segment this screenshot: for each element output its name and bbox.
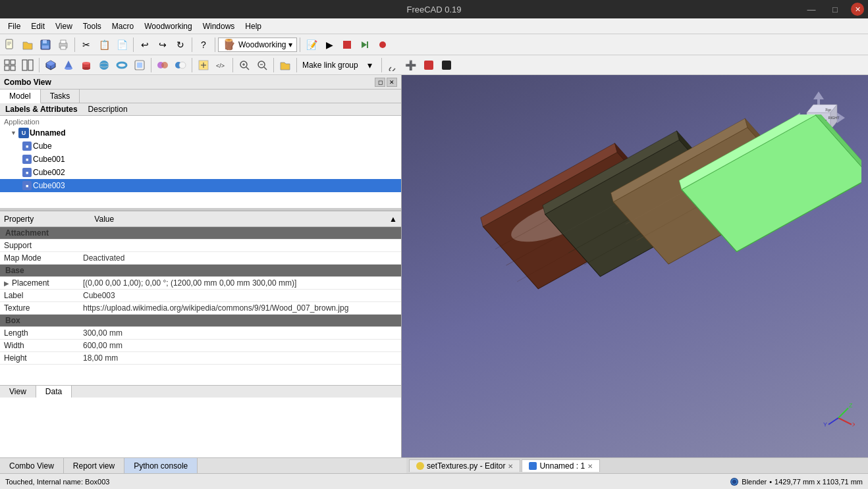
combo-restore-button[interactable]: ◻ (375, 78, 385, 87)
tree-item-cube001[interactable]: ■ Cube001 (0, 153, 401, 166)
svg-line-76 (838, 418, 852, 425)
tab-model[interactable]: Model (0, 90, 41, 103)
macro-edit-button[interactable]: 📝 (303, 36, 320, 53)
cut3d-button[interactable] (172, 57, 189, 74)
print-button[interactable] (55, 36, 72, 53)
help2-button[interactable]: ? (195, 36, 212, 53)
dropdown-arrow-btn[interactable]: ▾ (362, 57, 379, 74)
svg-point-24 (99, 61, 109, 70)
sep-t2-7 (381, 58, 382, 72)
properties-scroll[interactable]: Attachment Support Map Mode Deactivated (0, 227, 401, 385)
new-button[interactable] (1, 36, 18, 53)
tree-item-cube002[interactable]: ■ Cube002 (0, 166, 401, 179)
menu-help[interactable]: Help (240, 20, 267, 32)
props-scroll-btn[interactable]: ▲ (389, 215, 397, 224)
blender-icon (730, 477, 739, 486)
prop-mapmode-value[interactable]: Deactivated (79, 252, 401, 265)
viewport[interactable]: FRONT Top RIGHT (402, 75, 868, 457)
tree-header-description[interactable]: Description (83, 103, 133, 115)
prop-label: Label Cube003 (0, 290, 401, 302)
cube-icon-4: ■ (21, 180, 33, 192)
link-button[interactable] (385, 57, 402, 74)
svg-rect-6 (43, 40, 47, 43)
zoom-in-button[interactable] (236, 57, 253, 74)
group-base: Base (0, 265, 401, 277)
svg-rect-11 (343, 41, 351, 49)
cone-button[interactable] (60, 57, 77, 74)
col-value-header: Value (94, 215, 114, 224)
xml-button[interactable]: </> (213, 57, 230, 74)
paste-button[interactable]: 📄 (113, 36, 130, 53)
tab-combo-view[interactable]: Combo View (0, 458, 64, 473)
macro-stop-button[interactable] (339, 36, 356, 53)
menu-tools[interactable]: Tools (78, 20, 107, 32)
close-button[interactable]: ✕ (851, 3, 864, 16)
prop-mapmode: Map Mode Deactivated (0, 252, 401, 265)
svg-point-13 (379, 41, 386, 48)
copy-button[interactable]: 📋 (95, 36, 113, 53)
prop-length-value[interactable]: 300,00 mm (79, 327, 401, 340)
macro-record-button[interactable] (374, 36, 391, 53)
unnamed1-tab-label: Unnamed : 1 (539, 461, 585, 471)
tree-area[interactable]: Application ▼ U Unnamed ■ Cube (0, 116, 401, 208)
unnamed1-close-icon[interactable]: ✕ (587, 463, 593, 470)
tree-item-cube003[interactable]: ■ Cube003 (0, 179, 401, 192)
redo-button[interactable]: ↪ (154, 36, 171, 53)
prop-placement-value[interactable]: [(0,00 0,00 1,00); 0,00 °; (1200,00 mm 0… (79, 277, 401, 290)
view-toggle-button[interactable] (19, 57, 36, 74)
undo-button[interactable]: ↩ (136, 36, 153, 53)
prop-width-value[interactable]: 600,00 mm (79, 340, 401, 352)
menu-windows[interactable]: Windows (198, 20, 240, 32)
part-button[interactable] (131, 57, 148, 74)
tab-settextures[interactable]: setTextures.py - Editor ✕ (409, 459, 520, 472)
menu-woodworking[interactable]: Woodworking (139, 20, 197, 32)
prop-height-value[interactable]: 18,00 mm (79, 352, 401, 365)
add-link-button[interactable]: ➕ (402, 57, 420, 74)
save-button[interactable] (37, 36, 54, 53)
tab-unnamed1[interactable]: Unnamed : 1 ✕ (522, 459, 600, 472)
tree-item-cube[interactable]: ■ Cube (0, 140, 401, 153)
settextures-close-icon[interactable]: ✕ (508, 463, 513, 470)
prop-texture-value[interactable]: https://upload.wikimedia.org/wikipedia/c… (79, 302, 401, 315)
minimize-button[interactable]: — (800, 0, 823, 18)
prop-texture: Texture https://upload.wikimedia.org/wik… (0, 302, 401, 315)
tab-report-view[interactable]: Report view (64, 458, 124, 473)
sketch-button[interactable] (195, 57, 212, 74)
cube-button[interactable] (42, 57, 59, 74)
red-button[interactable] (420, 57, 437, 74)
sep-5 (300, 38, 300, 52)
prop-support-value[interactable] (79, 240, 401, 252)
folder3-button[interactable] (277, 57, 294, 74)
torus-button[interactable] (113, 57, 130, 74)
tab-data[interactable]: Data (36, 386, 72, 398)
tree-header-labels[interactable]: Labels & Attributes (0, 103, 83, 115)
combo-close-button[interactable]: ✕ (387, 78, 397, 87)
tab-python-console[interactable]: Python console (124, 458, 198, 473)
maximize-button[interactable]: □ (823, 0, 847, 18)
macro-step-button[interactable] (356, 36, 373, 53)
menu-edit[interactable]: Edit (26, 20, 50, 32)
status-right: Blender • 1429,77 mm x 1103,71 mm (730, 477, 863, 486)
expand-placement-icon[interactable]: ▶ (4, 280, 9, 287)
blender-separator: • (769, 478, 772, 486)
prop-length-label: Length (0, 327, 79, 340)
view-menu-button[interactable] (1, 57, 18, 74)
tree-item-unnamed[interactable]: ▼ U Unnamed (0, 126, 401, 140)
black-button[interactable] (438, 57, 455, 74)
macro-run-button[interactable]: ▶ (321, 36, 338, 53)
open-button[interactable] (19, 36, 36, 53)
cut-button[interactable]: ✂ (78, 36, 95, 53)
tab-tasks[interactable]: Tasks (41, 90, 80, 103)
menu-macro[interactable]: Macro (107, 20, 139, 32)
cylinder-button[interactable] (78, 57, 95, 74)
make-link-group-label: Make link group (300, 61, 361, 70)
tab-view[interactable]: View (0, 386, 36, 398)
sphere-button[interactable] (95, 57, 113, 74)
menu-file[interactable]: File (3, 20, 26, 32)
workbench-dropdown[interactable]: 🪵 Woodworking ▾ (218, 38, 297, 52)
fuse-button[interactable] (154, 57, 171, 74)
refresh-button[interactable]: ↻ (172, 36, 189, 53)
zoom-out-button[interactable] (254, 57, 271, 74)
prop-label-value[interactable]: Cube003 (79, 290, 401, 302)
menu-view[interactable]: View (50, 20, 78, 32)
